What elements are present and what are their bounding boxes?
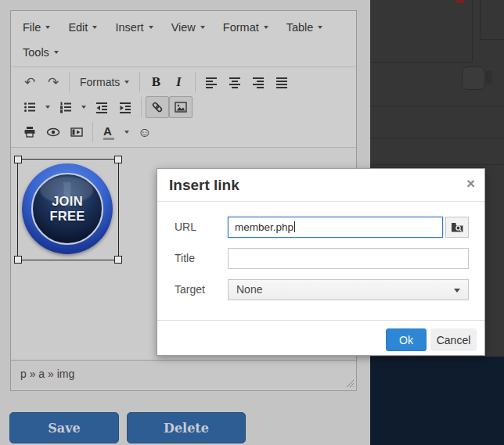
undo-icon: ↶ <box>24 76 35 89</box>
italic-button[interactable]: I <box>167 71 191 93</box>
menu-label: Insert <box>115 21 143 34</box>
chevron-down-icon <box>45 106 50 109</box>
image-selection-box[interactable]: ! JOINFREE <box>17 159 119 260</box>
numbered-list-dropdown[interactable] <box>77 96 90 118</box>
link-icon <box>151 101 164 113</box>
editor-statusbar: p » a » img <box>11 360 356 389</box>
toolbar-row-3: A ☺ <box>14 120 353 145</box>
delete-label: Delete <box>164 421 209 436</box>
insert-image-button[interactable] <box>169 96 193 118</box>
url-value: member.php <box>235 221 293 233</box>
editor-toolbar: ↶ ↷ Formats B I <box>11 66 356 147</box>
join-free-button-image[interactable]: ! JOINFREE <box>22 163 113 254</box>
element-path[interactable]: p » a » img <box>20 361 74 387</box>
undo-redo-group: ↶ ↷ <box>14 72 69 92</box>
formats-label: Formats <box>80 76 120 88</box>
dialog-header[interactable]: Insert link × <box>157 169 484 202</box>
align-justify-button[interactable] <box>270 71 293 93</box>
menu-view[interactable]: View <box>164 17 212 38</box>
panel-divider <box>370 138 504 138</box>
outdent-icon <box>95 101 108 113</box>
ok-button[interactable]: Ok <box>386 328 427 351</box>
panel-divider <box>480 39 504 40</box>
join-free-button-face: ! JOINFREE <box>31 173 103 245</box>
resize-grip-icon[interactable] <box>345 379 354 387</box>
chevron-down-icon <box>264 26 268 29</box>
save-button[interactable]: Save <box>9 412 119 443</box>
indent-button[interactable] <box>113 96 137 118</box>
panel-divider <box>370 62 472 63</box>
align-center-button[interactable] <box>223 71 247 93</box>
resize-handle-bottom-left[interactable] <box>14 256 22 264</box>
align-center-icon <box>229 76 241 88</box>
indent-icon <box>119 101 131 113</box>
numbered-list-icon <box>59 101 72 113</box>
formats-dropdown[interactable]: Formats <box>74 73 135 92</box>
resize-handle-top-left[interactable] <box>14 156 22 163</box>
outdent-button[interactable] <box>90 96 113 118</box>
bullet-list-icon <box>23 101 36 113</box>
url-input[interactable]: member.php <box>228 217 443 238</box>
background-navy-panel <box>370 357 504 445</box>
align-left-icon <box>205 76 218 88</box>
menu-edit[interactable]: Edit <box>61 17 104 38</box>
emoticons-button[interactable]: ☺ <box>133 121 157 143</box>
menu-tools[interactable]: Tools <box>16 42 66 63</box>
title-row: Title <box>157 248 484 269</box>
target-label: Target <box>175 279 205 300</box>
numbered-list-button[interactable] <box>54 96 77 118</box>
chevron-down-icon <box>54 51 59 54</box>
browse-link-button[interactable] <box>445 217 469 238</box>
chevron-down-icon <box>200 26 205 29</box>
resize-handle-top-right[interactable] <box>114 156 122 163</box>
chevron-down-icon <box>149 26 153 29</box>
bold-button[interactable]: B <box>144 71 167 93</box>
bold-icon: B <box>152 74 160 90</box>
text-color-dropdown[interactable] <box>121 121 133 143</box>
chevron-down-icon <box>454 289 460 292</box>
menubar-row-2: Tools <box>16 40 351 65</box>
resize-handle-bottom-right[interactable] <box>114 256 122 264</box>
text-color-button[interactable]: A <box>97 121 121 143</box>
menu-label: Format <box>223 21 259 34</box>
insert-media-button[interactable] <box>65 121 88 143</box>
italic-icon: I <box>176 74 183 90</box>
align-right-button[interactable] <box>247 71 270 93</box>
text-color-icon: A <box>103 125 114 140</box>
align-left-button[interactable] <box>200 71 223 93</box>
chevron-down-icon <box>81 106 86 109</box>
chevron-down-icon <box>124 81 129 84</box>
chevron-down-icon <box>318 26 322 29</box>
menu-table[interactable]: Table <box>279 17 330 38</box>
chevron-down-icon <box>124 131 129 134</box>
menu-file[interactable]: File <box>16 17 57 38</box>
panel-divider <box>472 0 473 62</box>
bullet-list-dropdown[interactable] <box>41 96 54 118</box>
target-select[interactable]: None <box>228 279 469 300</box>
url-label: URL <box>175 217 196 238</box>
delete-button[interactable]: Delete <box>127 412 246 443</box>
text-caret <box>294 221 295 232</box>
formats-group: Formats <box>69 72 139 92</box>
menu-insert[interactable]: Insert <box>108 17 160 38</box>
link-image-group <box>141 97 196 117</box>
bullet-list-button[interactable] <box>18 96 41 118</box>
menu-label: View <box>171 21 196 34</box>
insert-link-button[interactable] <box>146 96 169 118</box>
menu-format[interactable]: Format <box>216 17 275 38</box>
screen: File Edit Insert View Format Table Tools… <box>0 0 504 445</box>
undo-button[interactable]: ↶ <box>18 71 41 93</box>
redo-button[interactable]: ↷ <box>41 71 65 93</box>
join-free-text: JOINFREE <box>49 194 85 224</box>
preview-button[interactable] <box>41 121 65 143</box>
menu-label: Tools <box>23 46 49 59</box>
close-icon[interactable]: × <box>466 174 475 195</box>
panel-divider <box>370 164 504 165</box>
print-icon <box>23 126 36 138</box>
dialog-footer: Ok Cancel <box>157 320 484 321</box>
color-emoticon-group: A ☺ <box>92 122 160 142</box>
title-input[interactable] <box>228 248 469 269</box>
print-button[interactable] <box>18 121 41 143</box>
cancel-button[interactable]: Cancel <box>430 328 477 351</box>
image-icon <box>175 101 187 113</box>
